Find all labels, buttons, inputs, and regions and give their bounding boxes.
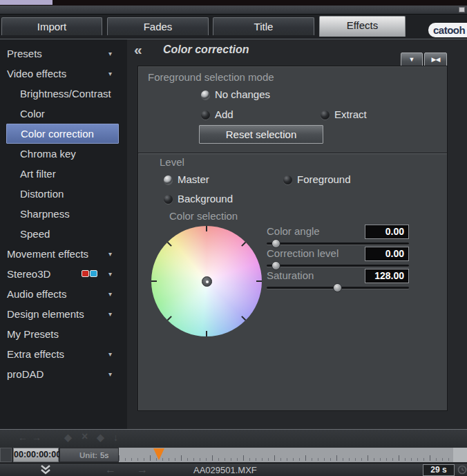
- color-angle-value[interactable]: 0.00: [365, 225, 409, 239]
- sidebar-item-sharpness[interactable]: Sharpness: [0, 204, 127, 224]
- tab-import[interactable]: Import: [1, 17, 102, 35]
- next-clip-icon[interactable]: →: [137, 464, 148, 476]
- sidebar-item-design-elements[interactable]: Design elements ▾: [0, 304, 127, 324]
- sidebar-item-label: Chroma key: [20, 148, 76, 160]
- sidebar-item-my-presets[interactable]: My Presets: [0, 324, 127, 344]
- radio-no-changes[interactable]: [201, 91, 210, 99]
- back-icon[interactable]: «: [134, 41, 142, 58]
- color-angle-track[interactable]: [267, 242, 409, 245]
- sidebar-item-label: Design elements: [7, 308, 84, 320]
- radio-foreground[interactable]: [283, 175, 292, 184]
- color-correction-panel: Foreground selection mode No changes Add…: [137, 66, 448, 411]
- ruler-end-cap: [453, 448, 467, 462]
- keyframe-copy-icon[interactable]: ◆: [97, 432, 104, 443]
- sidebar-item-stereo3d[interactable]: Stereo3D ▾: [0, 264, 127, 284]
- sidebar-item-label: Presets: [7, 48, 42, 59]
- timeline-row: 00:00:00:00 Unit: 5s: [0, 448, 467, 462]
- chevron-down-icon: ▾: [108, 264, 112, 284]
- sidebar-item-label: Brightness/Contrast: [20, 88, 111, 99]
- tab-fades[interactable]: Fades: [107, 17, 209, 35]
- sidebar-item-color-correction[interactable]: Color correction: [6, 124, 119, 144]
- keyframe-paste-icon[interactable]: ↓: [113, 432, 118, 443]
- chevron-down-icon: ▾: [108, 64, 112, 84]
- wheel-tick: [206, 331, 207, 336]
- sidebar-item-speed[interactable]: Speed: [0, 224, 127, 244]
- tab-title[interactable]: Title: [213, 17, 314, 35]
- clip-duration[interactable]: 29 s: [423, 464, 455, 476]
- color-wheel-marker[interactable]: [202, 276, 212, 287]
- title-strip: [0, 0, 467, 6]
- radio-no-changes-label[interactable]: No changes: [215, 88, 270, 100]
- color-wheel[interactable]: [151, 226, 262, 336]
- correction-level-label: Correction level: [267, 247, 339, 259]
- unit-value[interactable]: 5s: [100, 451, 108, 459]
- keyframe-prev-icon[interactable]: ←: [18, 432, 28, 443]
- keyframe-delete-icon[interactable]: ×: [82, 430, 88, 443]
- wheel-tick: [241, 242, 246, 247]
- level-label: Level: [160, 156, 184, 168]
- chevron-down-icon: ▾: [108, 44, 112, 64]
- radio-add-label[interactable]: Add: [215, 108, 234, 120]
- title-strip-accent: [0, 0, 53, 5]
- color-selection-label: Color selection: [169, 210, 238, 222]
- sidebar-item-label: Distortion: [20, 188, 64, 200]
- window-button[interactable]: [459, 7, 465, 12]
- sidebar-item-label: Color: [20, 108, 45, 120]
- color-angle-label: Color angle: [267, 225, 320, 237]
- radio-foreground-label[interactable]: Foreground: [297, 173, 351, 185]
- timeline-corner-block: [0, 448, 12, 462]
- sidebar-item-presets[interactable]: Presets ▾: [0, 44, 127, 64]
- sidebar-item-label: Speed: [20, 228, 50, 240]
- sidebar-item-prodad[interactable]: proDAD ▾: [0, 364, 127, 384]
- reset-selection-button[interactable]: Reset selection: [199, 125, 323, 144]
- prev-clip-icon[interactable]: ←: [105, 464, 116, 476]
- section-divider: [138, 153, 447, 154]
- saturation-value[interactable]: 128.00: [365, 269, 409, 283]
- playhead-marker[interactable]: [153, 448, 164, 460]
- radio-master-label[interactable]: Master: [178, 173, 209, 185]
- correction-level-slider-row: Correction level 0.00: [267, 247, 409, 269]
- radio-add[interactable]: [201, 111, 210, 120]
- correction-level-value[interactable]: 0.00: [365, 247, 409, 261]
- wheel-tick: [241, 316, 246, 321]
- keyframe-add-icon[interactable]: ◆: [64, 432, 72, 443]
- saturation-thumb[interactable]: [333, 283, 342, 292]
- 3d-glasses-icon: [82, 270, 99, 278]
- timeline-ruler[interactable]: [119, 448, 453, 462]
- sidebar-item-label: proDAD: [7, 368, 44, 380]
- shrink-panel-button[interactable]: ▶◀: [424, 53, 447, 67]
- sidebar-item-movement-effects[interactable]: Movement effects ▾: [0, 244, 127, 264]
- chevron-down-icon: ▾: [108, 304, 112, 324]
- sidebar-item-brightness-contrast[interactable]: Brightness/Contrast: [0, 84, 127, 104]
- keyframe-toolbar: ← → ◆ × ◆ ↓: [0, 429, 467, 448]
- radio-extract-label[interactable]: Extract: [334, 108, 367, 120]
- correction-level-track[interactable]: [267, 265, 409, 267]
- radio-extract[interactable]: [321, 111, 330, 120]
- color-angle-slider-row: Color angle 0.00: [267, 225, 409, 247]
- sidebar-item-audio-effects[interactable]: Audio effects ▾: [0, 284, 127, 304]
- sidebar-item-extra-effects[interactable]: Extra effects ▾: [0, 344, 127, 364]
- chevron-down-icon: ▾: [108, 364, 112, 384]
- sidebar-item-label: Movement effects: [7, 248, 88, 260]
- tab-effects[interactable]: Effects: [319, 16, 406, 37]
- page-title: Color correction: [163, 44, 249, 56]
- sidebar-item-label: Video effects: [7, 68, 66, 79]
- sidebar-item-color[interactable]: Color: [0, 104, 127, 124]
- keyframe-next-icon[interactable]: →: [32, 432, 41, 443]
- sidebar-item-distortion[interactable]: Distortion: [0, 184, 127, 204]
- saturation-slider-row: Saturation 128.00: [267, 269, 409, 292]
- unit-label: Unit:: [79, 451, 97, 459]
- double-chevron-down-icon[interactable]: [40, 465, 51, 476]
- radio-master[interactable]: [164, 175, 173, 184]
- collapse-panel-button[interactable]: ▼: [401, 53, 423, 67]
- clock-icon: [457, 465, 467, 476]
- radio-background-label[interactable]: Background: [178, 193, 233, 204]
- sidebar-item-label: Color correction: [21, 128, 94, 140]
- saturation-label: Saturation: [267, 269, 314, 281]
- radio-background[interactable]: [164, 195, 173, 204]
- chevron-down-icon: ▾: [108, 284, 112, 304]
- sidebar-item-video-effects[interactable]: Video effects ▾: [0, 64, 127, 84]
- sidebar-item-chroma-key[interactable]: Chroma key: [0, 144, 127, 164]
- effects-sidebar: Presets ▾ Video effects ▾ Brightness/Con…: [0, 39, 127, 429]
- sidebar-item-art-filter[interactable]: Art filter: [0, 164, 127, 184]
